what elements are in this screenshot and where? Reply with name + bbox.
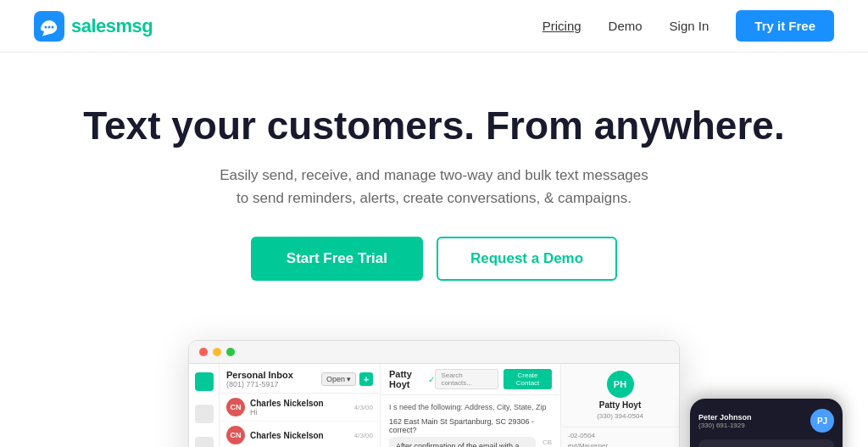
contact-card-phone: (330) 394-0504: [597, 412, 643, 420]
try-free-button[interactable]: Try it Free: [736, 10, 834, 42]
phone-contact-number: (330) 691-1929: [698, 422, 752, 429]
chevron-down-icon: ▾: [347, 375, 351, 383]
chat-address-message: 162 East Main St Spartanburg, SC 29306 -…: [389, 417, 552, 434]
logo-part2: msg: [116, 15, 153, 36]
nav-demo[interactable]: Demo: [609, 19, 643, 33]
logo-text: salesmsg: [71, 15, 153, 37]
nav-signin[interactable]: Sign In: [670, 19, 709, 33]
svg-point-1: [45, 25, 47, 28]
phone-contact-name: Peter Johnson: [698, 413, 752, 422]
request-demo-button[interactable]: Request a Demo: [437, 237, 617, 281]
sidebar-icon-settings[interactable]: [195, 437, 214, 447]
nav-links: Pricing Demo Sign In Try it Free: [542, 10, 834, 42]
contact-card: PH Patty Hoyt (330) 394-0504: [561, 364, 679, 427]
dot-yellow: [213, 348, 221, 356]
phone-header: Peter Johnson (330) 691-1929 PJ: [698, 409, 834, 433]
open-button[interactable]: Open ▾: [321, 372, 356, 386]
contact-card-name: Patty Hoyt: [599, 400, 641, 410]
left-panel: Personal Inbox (801) 771-5917 Open ▾ +: [220, 364, 381, 447]
contact-time: 4/3/00: [354, 432, 373, 439]
app-window: Personal Inbox (801) 771-5917 Open ▾ +: [188, 340, 680, 447]
inbox-info: Personal Inbox (801) 771-5917: [226, 370, 293, 388]
list-item[interactable]: CN Charles Nickelson Hi 4/3/00: [220, 394, 380, 422]
contact-info: Charles Nickelson: [250, 431, 349, 440]
phone-contact-info: Peter Johnson (330) 691-1929: [698, 413, 752, 429]
inbox-phone: (801) 771-5917: [226, 380, 293, 388]
logo[interactable]: salesmsg: [34, 11, 153, 42]
window-titlebar: [189, 341, 679, 364]
list-item[interactable]: CN Charles Nickelson 4/3/00: [220, 422, 380, 447]
left-panel-header: Personal Inbox (801) 771-5917 Open ▾ +: [220, 364, 380, 394]
chat-header: Patty Hoyt ✓ Search contacts... Create C…: [381, 364, 560, 395]
start-trial-button[interactable]: Start Free Trial: [251, 237, 423, 281]
inbox-title: Personal Inbox: [226, 370, 293, 380]
chat-bubble-left: After confirmation of the email with a '…: [389, 437, 536, 447]
contact-list: CN Charles Nickelson Hi 4/3/00 CN Charle…: [220, 394, 380, 447]
checkmark-icon: ✓: [428, 375, 435, 384]
contact-preview: Hi: [250, 408, 349, 416]
svg-point-2: [48, 25, 51, 28]
chat-actions: Search contacts... Create Contact: [435, 369, 552, 389]
avatar: CN: [226, 398, 245, 416]
chat-message-address: I s need the following: Address, City, S…: [389, 402, 552, 413]
create-contact-button[interactable]: Create Contact: [504, 369, 552, 389]
app-content: Personal Inbox (801) 771-5917 Open ▾ +: [189, 364, 679, 447]
field-row2: eyt/Maurener: [568, 442, 672, 447]
phone-message-incoming: What do you think about that? It drives …: [698, 439, 834, 447]
contact-name: Charles Nickelson: [250, 399, 349, 408]
navbar: salesmsg Pricing Demo Sign In Try it Fre…: [0, 0, 868, 53]
phone-contact-avatar: PJ: [810, 409, 834, 433]
right-panel: PH Patty Hoyt (330) 394-0504 -02-0504 ey…: [560, 364, 679, 447]
sidebar-icon-chat[interactable]: [195, 372, 214, 391]
sidebar-icon-contacts[interactable]: [195, 405, 214, 423]
panel-actions: Open ▾ +: [321, 372, 373, 386]
field-row: -02-0504: [568, 432, 672, 439]
hero-subtitle: Easily send, receive, and manage two-way…: [214, 164, 654, 210]
hero-section: Text your customers. From anywhere. Easi…: [0, 53, 868, 340]
contact-name: Charles Nickelson: [250, 431, 349, 440]
avatar: CN: [226, 426, 245, 444]
message-meta: CB: [542, 439, 552, 446]
bubble-text: After confirmation of the email with a '…: [396, 441, 529, 447]
logo-part1: sales: [71, 15, 116, 36]
open-label: Open: [326, 375, 345, 383]
svg-point-3: [52, 25, 54, 28]
dot-green: [226, 348, 235, 356]
dot-red: [199, 348, 208, 356]
add-conversation-button[interactable]: +: [359, 372, 373, 386]
contact-card-avatar: PH: [607, 371, 634, 398]
nav-pricing[interactable]: Pricing: [542, 19, 581, 33]
contact-time: 4/3/00: [354, 404, 373, 411]
contact-info: Charles Nickelson Hi: [250, 399, 349, 416]
hero-title: Text your customers. From anywhere.: [17, 103, 851, 148]
contact-detail-fields: -02-0504 eyt/Maurener: [561, 427, 679, 447]
chat-area: Patty Hoyt ✓ Search contacts... Create C…: [381, 364, 560, 447]
screenshot-section: Personal Inbox (801) 771-5917 Open ▾ +: [0, 340, 868, 447]
sidebar-icons: [189, 364, 220, 447]
phone-overlay: Peter Johnson (330) 691-1929 PJ What do …: [690, 399, 843, 447]
logo-icon: [34, 11, 64, 42]
chat-body: I s need the following: Address, City, S…: [381, 395, 560, 447]
search-contacts-input[interactable]: Search contacts...: [435, 369, 498, 389]
chat-messages-row: After confirmation of the email with a '…: [389, 437, 552, 447]
chat-header-left: Patty Hoyt ✓: [389, 369, 435, 389]
chat-name: Patty Hoyt: [389, 369, 421, 389]
hero-buttons: Start Free Trial Request a Demo: [17, 237, 851, 281]
